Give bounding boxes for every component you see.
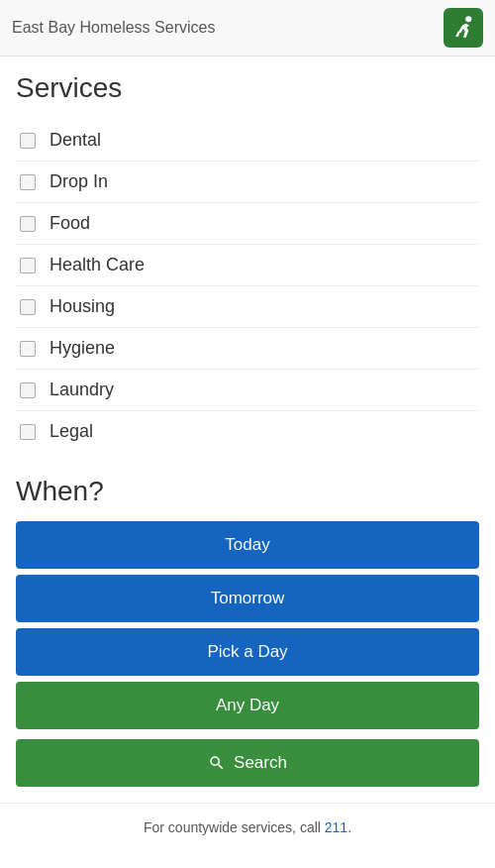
when-title: When? xyxy=(16,476,479,507)
search-label: Search xyxy=(234,753,287,773)
running-person-icon xyxy=(449,14,477,42)
health-care-label[interactable]: Health Care xyxy=(50,255,145,275)
dental-label[interactable]: Dental xyxy=(50,130,101,151)
list-item: Dental xyxy=(16,120,479,162)
housing-checkbox[interactable] xyxy=(20,299,36,315)
today-button[interactable]: Today xyxy=(16,521,479,569)
pick-a-day-button[interactable]: Pick a Day xyxy=(16,628,479,676)
app-header: East Bay Homeless Services xyxy=(0,0,495,56)
dental-checkbox[interactable] xyxy=(20,133,36,149)
legal-label[interactable]: Legal xyxy=(50,421,93,442)
drop-in-checkbox[interactable] xyxy=(20,174,36,190)
search-button[interactable]: Search xyxy=(16,739,479,787)
list-item: Housing xyxy=(16,286,479,328)
legal-checkbox[interactable] xyxy=(20,424,36,440)
food-label[interactable]: Food xyxy=(50,213,90,234)
list-item: Food xyxy=(16,203,479,245)
housing-label[interactable]: Housing xyxy=(50,296,115,317)
laundry-label[interactable]: Laundry xyxy=(50,380,114,400)
list-item: Laundry xyxy=(16,370,479,411)
hygiene-label[interactable]: Hygiene xyxy=(50,338,115,359)
list-item: Drop In xyxy=(16,162,479,203)
app-title: East Bay Homeless Services xyxy=(12,19,215,37)
drop-in-label[interactable]: Drop In xyxy=(50,171,108,192)
app-icon xyxy=(444,8,483,48)
list-item: Hygiene xyxy=(16,328,479,370)
tomorrow-button[interactable]: Tomorrow xyxy=(16,575,479,622)
services-list: Dental Drop In Food Health Care Housing … xyxy=(16,120,479,452)
footer-phone-link[interactable]: 211 xyxy=(325,819,347,835)
services-title: Services xyxy=(16,72,479,104)
food-checkbox[interactable] xyxy=(20,216,36,232)
list-item: Legal xyxy=(16,411,479,452)
laundry-checkbox[interactable] xyxy=(20,382,36,398)
footer: For countywide services, call 211. xyxy=(0,803,495,851)
health-care-checkbox[interactable] xyxy=(20,258,36,273)
list-item: Health Care xyxy=(16,245,479,286)
search-icon xyxy=(208,754,226,772)
day-buttons-group: Today Tomorrow Pick a Day Any Day xyxy=(16,521,479,729)
hygiene-checkbox[interactable] xyxy=(20,341,36,357)
footer-text-after: . xyxy=(347,819,351,835)
footer-text-before: For countywide services, call xyxy=(144,819,325,835)
main-content: Services Dental Drop In Food Health Care… xyxy=(0,56,495,787)
any-day-button[interactable]: Any Day xyxy=(16,682,479,729)
svg-point-0 xyxy=(465,16,471,22)
